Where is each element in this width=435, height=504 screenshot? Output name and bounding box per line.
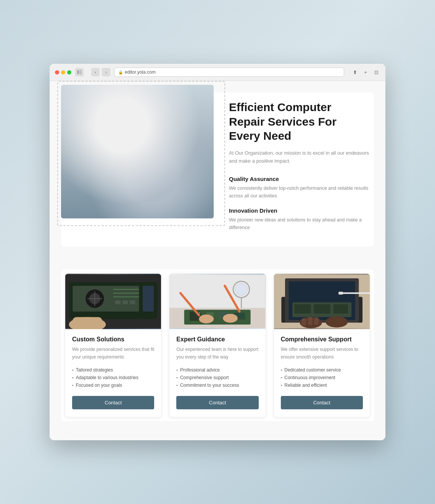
card-list-item: Professional advice [176,366,258,374]
lock-icon: 🔒 [118,70,123,74]
svg-rect-75 [308,317,313,325]
svg-rect-6 [61,169,214,218]
card-body-1: Custom Solutions We provide personalized… [65,329,161,417]
card-list-item: Adaptable to various industries [72,374,154,381]
card-list-item: Reliable and efficient [281,381,363,389]
svg-rect-22 [111,140,125,148]
svg-rect-3 [79,73,82,74]
traffic-lights [55,70,71,74]
svg-rect-8 [76,176,107,195]
card-image-svg-3 [274,274,370,329]
svg-rect-74 [301,318,306,326]
address-bar[interactable]: 🔒 editor.yola.com [114,68,344,77]
svg-point-73 [325,317,348,328]
svg-rect-67 [294,304,311,313]
svg-point-17 [128,107,155,139]
minimize-button[interactable] [61,70,65,74]
add-tab-button[interactable]: + [362,68,369,76]
card-custom-solutions: Custom Solutions We provide personalized… [65,273,161,417]
svg-rect-44 [130,300,135,304]
hero-section: Efficient Computer Repair Services For E… [61,92,374,247]
cards-section: Custom Solutions We provide personalized… [61,270,374,421]
contact-button-1[interactable]: Contact [72,396,154,409]
back-button[interactable]: ‹ [91,68,100,76]
card-list-item: Comprehensive support [176,374,258,381]
svg-point-27 [185,98,204,110]
browser-chrome: ‹ › 🔒 editor.yola.com ⬆ + ⊡ [50,64,385,81]
svg-rect-34 [143,286,154,312]
url-text: editor.yola.com [125,69,156,75]
svg-point-24 [108,144,117,152]
svg-rect-21 [124,138,158,169]
card-list-item: Dedicated customer service [281,366,363,374]
hero-title: Efficient Computer Repair Services For E… [229,100,370,143]
svg-rect-1 [79,70,82,71]
hero-text: Efficient Computer Repair Services For E… [229,92,374,247]
svg-rect-9 [111,174,134,186]
contact-button-3[interactable]: Contact [281,396,363,409]
feature-innovation-driven: Innovation Driven We pioneer new ideas a… [229,207,370,231]
maximize-button[interactable] [67,70,71,74]
browser-nav: ‹ › [91,68,110,76]
hero-image-wrapper [61,85,214,218]
browser-window: ‹ › 🔒 editor.yola.com ⬆ + ⊡ [50,64,385,440]
svg-rect-5 [61,85,214,169]
card-image-svg-2 [169,274,265,329]
hero-image [61,85,214,218]
feature-title-1: Quality Assurance [229,176,370,182]
card-expert-guidance: Expert Guidance Our experienced team is … [169,273,266,417]
card-image-3 [274,274,370,329]
svg-rect-14 [145,182,156,190]
card-image-2 [169,274,265,329]
card-list-2: Professional advice Comprehensive suppor… [176,366,258,389]
card-list-item: Focused on your goals [72,381,154,389]
feature-title-2: Innovation Driven [229,207,370,214]
hero-image-svg [61,85,214,218]
card-desc-3: We offer extensive support services to e… [281,346,363,360]
svg-rect-68 [314,304,330,313]
share-button[interactable]: ⬆ [351,68,359,76]
more-button[interactable]: ⊡ [372,68,380,76]
svg-rect-43 [122,300,128,304]
feature-desc-2: We pioneer new ideas and solutions to st… [229,216,370,231]
card-comprehensive-support: Comprehensive Support We offer extensive… [274,273,370,417]
svg-rect-11 [80,184,88,190]
svg-point-20 [125,121,130,129]
svg-rect-76 [314,318,319,325]
svg-rect-69 [333,304,348,313]
card-title-2: Expert Guidance [176,336,258,343]
card-image-svg-1 [65,274,161,329]
card-list-3: Dedicated customer service Continuous im… [281,366,363,389]
card-image-1 [65,274,161,329]
forward-button[interactable]: › [102,68,110,76]
svg-rect-16 [187,185,192,189]
contact-button-2[interactable]: Contact [176,396,258,409]
close-button[interactable] [55,70,59,74]
card-title-3: Comprehensive Support [281,336,363,343]
svg-point-58 [235,284,247,296]
card-list-item: Commitment to your success [176,381,258,389]
card-list-1: Tailored strategies Adaptable to various… [72,366,154,389]
svg-rect-71 [338,292,343,295]
svg-rect-42 [115,300,120,304]
card-desc-2: Our experienced team is here to support … [176,346,258,360]
svg-rect-46 [72,317,102,326]
card-desc-1: We provide personalized services that fi… [72,346,154,360]
page-content: Efficient Computer Repair Services For E… [50,81,385,440]
hero-description: At Our Organization, our mission is to e… [229,149,370,165]
feature-quality-assurance: Quality Assurance We consistently delive… [229,176,370,200]
card-body-2: Expert Guidance Our experienced team is … [169,329,265,417]
svg-rect-10 [137,180,176,195]
browser-actions: ⬆ + ⊡ [351,68,380,76]
svg-point-60 [199,315,214,323]
svg-rect-0 [77,70,79,74]
svg-rect-4 [61,85,214,218]
svg-point-25 [158,144,167,152]
svg-point-18 [128,105,155,124]
sidebar-icon[interactable] [75,68,84,76]
svg-rect-12 [92,182,97,190]
card-title-1: Custom Solutions [72,336,154,343]
svg-rect-13 [122,178,132,184]
svg-rect-7 [72,173,187,211]
card-body-3: Comprehensive Support We offer extensive… [274,329,370,417]
